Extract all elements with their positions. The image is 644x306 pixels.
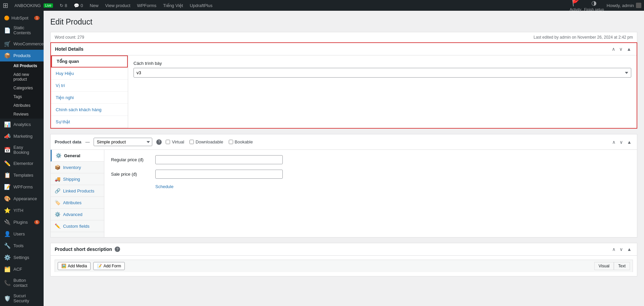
tab-custom-fields[interactable]: ✏️ Custom fields: [51, 220, 104, 232]
short-desc-down-btn[interactable]: ∨: [618, 246, 624, 253]
regular-price-input[interactable]: [155, 155, 283, 164]
product-type-help-icon[interactable]: ?: [156, 139, 162, 145]
sidebar-item-products[interactable]: 📦 Products: [0, 50, 44, 61]
tab-inventory[interactable]: 📦 Inventory: [51, 162, 104, 173]
sidebar-item-hubspot[interactable]: 🟠 HubSpot 1: [0, 13, 44, 23]
users-icon: 👤: [4, 231, 11, 237]
wp-logo-icon: ⊞: [3, 1, 8, 9]
sidebar-item-woocommerce[interactable]: 🛒 WooCommerce: [0, 38, 44, 50]
product-data-down-btn[interactable]: ∨: [618, 139, 624, 145]
regular-price-label: Regular price (đ): [111, 157, 151, 162]
linked-products-icon: 🔗: [55, 188, 60, 193]
hotel-tab-huy-hieu[interactable]: Huy Hiệu: [51, 68, 128, 80]
sidebar-submenu-reviews[interactable]: Reviews: [0, 110, 44, 119]
wpforms-item[interactable]: WPForms: [135, 0, 159, 11]
analytics-icon: 📊: [4, 121, 11, 128]
comments-item[interactable]: 💬 0: [71, 0, 86, 11]
schedule-link[interactable]: Schedule: [155, 184, 173, 189]
sidebar-item-easy-booking[interactable]: 📅 Easy Booking: [0, 142, 44, 158]
bookable-checkbox[interactable]: [229, 140, 233, 144]
woocommerce-icon: 🛒: [4, 41, 11, 47]
sidebar-item-tools[interactable]: 🔧 Tools: [0, 240, 44, 252]
hotel-details-collapse-btn[interactable]: ▲: [625, 46, 633, 52]
sidebar-item-wpforms[interactable]: 📝 WPForms: [0, 181, 44, 193]
virtual-checkbox-label[interactable]: Virtual: [166, 139, 184, 144]
wpforms-sidebar-icon: 📝: [4, 184, 11, 190]
sidebar-item-button-contact[interactable]: 📞 Button contact: [0, 275, 44, 291]
activity-button[interactable]: 🚩 Activity: [570, 0, 581, 11]
finish-setup-button[interactable]: ◑ Finish setup: [584, 0, 604, 11]
admin-user[interactable]: Howdy, admin: [607, 3, 641, 8]
hotel-details-content: Tổng quan Huy Hiệu Vị trí Tiện nghi Chín…: [51, 55, 637, 128]
schedule-row: Schedule: [111, 184, 630, 189]
bookable-checkbox-label[interactable]: Bookable: [229, 139, 253, 144]
virtual-checkbox[interactable]: [166, 140, 170, 144]
easy-booking-icon: 📅: [4, 147, 11, 153]
add-media-button[interactable]: 🖼️ Add Media: [58, 262, 91, 270]
hotel-details-down-btn[interactable]: ∨: [618, 46, 624, 52]
hotel-tab-content: Cách trình bày v1 v2 v3 v4: [128, 55, 637, 128]
hotel-tab-tong-quan[interactable]: Tổng quan: [51, 55, 128, 68]
sidebar-submenu-attributes[interactable]: Attributes: [0, 101, 44, 110]
visual-tab[interactable]: Visual: [594, 262, 614, 270]
short-desc-body: 🖼️ Add Media 📝 Add Form Visual Text: [51, 256, 637, 276]
add-media-icon: 🖼️: [61, 264, 66, 268]
product-data-dash: —: [85, 139, 90, 144]
hotel-details-up-btn[interactable]: ∧: [610, 46, 616, 52]
updraftplus-item[interactable]: UpdraftPlus: [187, 0, 215, 11]
page-header: Edit Product: [50, 17, 637, 27]
regular-price-row: Regular price (đ): [111, 155, 630, 164]
hotel-details-controls: ∧ ∨ ▲: [610, 46, 633, 52]
sidebar-item-settings[interactable]: ⚙️ Settings: [0, 252, 44, 263]
downloadable-checkbox[interactable]: [190, 140, 194, 144]
static-contents-icon: 📄: [4, 27, 11, 34]
hotel-tab-vi-tri[interactable]: Vị trí: [51, 80, 128, 92]
sale-price-input[interactable]: [155, 170, 283, 179]
sidebar-submenu-all-products[interactable]: All Products: [0, 61, 44, 70]
sidebar-item-static-contents[interactable]: 📄 Static Contents: [0, 23, 44, 38]
sidebar-item-users[interactable]: 👤 Users: [0, 228, 44, 240]
site-name[interactable]: ANBOOKING Live: [12, 3, 56, 8]
editor-toolbar: 🖼️ Add Media 📝 Add Form Visual Text: [55, 260, 633, 272]
word-count: Word count: 279: [55, 35, 84, 40]
cach-trinh-bay-select[interactable]: v1 v2 v3 v4: [133, 68, 631, 78]
short-desc-help-icon[interactable]: ?: [115, 247, 120, 252]
sidebar-item-appearance[interactable]: 🎨 Appearance: [0, 193, 44, 205]
marketing-icon: 📣: [4, 133, 11, 139]
updates-item[interactable]: ↻ 8: [57, 0, 70, 11]
short-desc-collapse-btn[interactable]: ▲: [626, 246, 633, 253]
sidebar-item-elementor[interactable]: ✏️ Elementor: [0, 158, 44, 169]
tab-shipping[interactable]: 🚚 Shipping: [51, 173, 104, 185]
sidebar-item-analytics[interactable]: 📊 Analytics: [0, 119, 44, 130]
live-badge: Live: [44, 3, 53, 8]
settings-icon: ⚙️: [4, 254, 11, 261]
sidebar-item-templates[interactable]: 📋 Templates: [0, 169, 44, 181]
tab-general[interactable]: ⚙️ General: [51, 150, 104, 162]
new-item[interactable]: New: [87, 0, 101, 11]
product-data-collapse-btn[interactable]: ▲: [626, 139, 633, 145]
sidebar-item-yith[interactable]: ⭐ YITH: [0, 205, 44, 216]
sidebar-item-plugins[interactable]: 🔌 Plugins 6: [0, 216, 44, 228]
adminbar-right: 🚩 Activity ◑ Finish setup Howdy, admin: [570, 0, 641, 11]
tieng-viet-item[interactable]: Tiếng Việt: [160, 0, 185, 11]
product-data-up-btn[interactable]: ∧: [611, 139, 617, 145]
sidebar-submenu-categories[interactable]: Categories: [0, 84, 44, 92]
tab-attributes[interactable]: 🏷️ Attributes: [51, 197, 104, 209]
sidebar-item-marketing[interactable]: 📣 Marketing: [0, 130, 44, 142]
hotel-tab-chinh-sach[interactable]: Chính sách khách hàng: [51, 104, 128, 116]
tab-linked-products[interactable]: 🔗 Linked Products: [51, 185, 104, 197]
hotel-tab-su-that[interactable]: Sự thật: [51, 116, 128, 128]
sidebar-item-acf[interactable]: 🗂️ ACF: [0, 263, 44, 275]
view-product-item[interactable]: View product: [103, 0, 133, 11]
tab-advanced[interactable]: ⚙️ Advanced: [51, 209, 104, 220]
sidebar-submenu-add-new-product[interactable]: Add new product: [0, 70, 44, 84]
product-type-select[interactable]: Simple product Variable product Grouped …: [94, 138, 152, 146]
sidebar-item-sucuri-security[interactable]: 🛡️ Sucuri Security: [0, 291, 44, 306]
sidebar-submenu-tags[interactable]: Tags: [0, 92, 44, 101]
sale-price-row: Sale price (đ): [111, 170, 630, 179]
hotel-tab-tien-nghi[interactable]: Tiện nghi: [51, 92, 128, 104]
add-form-button[interactable]: 📝 Add Form: [93, 262, 125, 270]
text-tab[interactable]: Text: [614, 262, 630, 270]
short-desc-up-btn[interactable]: ∧: [611, 246, 617, 253]
downloadable-checkbox-label[interactable]: Downloadable: [190, 139, 223, 144]
